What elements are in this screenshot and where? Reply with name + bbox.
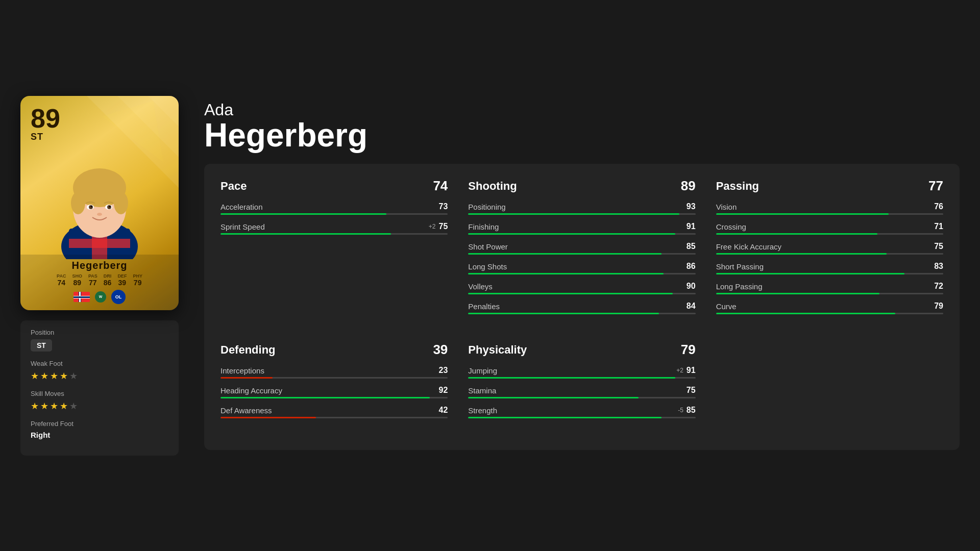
star-sm-1: ★ [31, 400, 39, 412]
position-value: ST [31, 339, 52, 352]
positioning-stat: Positioning 93 [468, 202, 695, 215]
short-passing-stat: Short Passing 83 [716, 262, 943, 274]
def-awareness-stat: Def Awareness 42 [220, 406, 448, 418]
shooting-label: Shooting [468, 180, 517, 193]
jumping-modifier: +2 [676, 367, 683, 374]
jumping-stat: Jumping +2 91 [468, 366, 695, 379]
card-bottom: Hegerberg PAC 74 SHO 89 PAS 77 DRI 86 [20, 255, 179, 310]
svg-point-20 [97, 213, 102, 216]
left-panel: 89 ST [20, 96, 184, 456]
svg-point-11 [71, 192, 85, 214]
star-sm-4: ★ [60, 400, 68, 412]
card-stats-row: PAC 74 SHO 89 PAS 77 DRI 86 DEF 39 [27, 273, 173, 287]
skill-moves-row: Skill Moves ★ ★ ★ ★ ★ [31, 390, 168, 412]
player-first-name: Ada [204, 101, 960, 119]
physicality-category: Physicality 79 Jumping +2 91 Stamina 75 [468, 332, 695, 436]
card-flags: W OL [27, 290, 173, 304]
penalties-stat: Penalties 84 [468, 302, 695, 314]
shot-power-stat: Shot Power 85 [468, 242, 695, 255]
heading-accuracy-stat: Heading Accuracy 92 [220, 386, 448, 398]
star-2: ★ [40, 370, 48, 382]
main-panel: Ada Hegerberg Pace 74 Acceleration 73 Sp… [204, 101, 960, 450]
preferred-foot-value: Right [31, 431, 168, 439]
stats-container: Pace 74 Acceleration 73 Sprint Speed +2 … [204, 164, 960, 450]
passing-header: Passing 77 [716, 178, 943, 194]
star-1: ★ [31, 370, 39, 382]
passing-category: Passing 77 Vision 76 Crossing 71 Free [716, 178, 943, 332]
star-sm-2: ★ [40, 400, 48, 412]
volleys-stat: Volleys 90 [468, 282, 695, 294]
info-panel: Position ST Weak Foot ★ ★ ★ ★ ★ Skill Mo… [20, 320, 179, 456]
skill-moves-stars: ★ ★ ★ ★ ★ [31, 400, 168, 412]
passing-value: 77 [928, 178, 943, 194]
long-shots-stat: Long Shots 86 [468, 262, 695, 274]
card-phy: PHY 79 [133, 273, 142, 287]
card-dri: DRI 86 [104, 273, 112, 287]
preferred-foot-row: Preferred Foot Right [31, 420, 168, 439]
norway-flag [74, 292, 90, 302]
pace-category: Pace 74 Acceleration 73 Sprint Speed +2 … [220, 178, 448, 332]
physicality-header: Physicality 79 [468, 342, 695, 358]
card-top: 89 ST [20, 96, 179, 142]
weak-foot-label: Weak Foot [31, 360, 168, 367]
acceleration-stat: Acceleration 73 [220, 202, 448, 215]
defending-value: 39 [433, 342, 448, 358]
pace-label: Pace [220, 180, 247, 193]
club-badge: OL [111, 290, 126, 304]
fifa-card: 89 ST [20, 96, 179, 310]
acceleration-bar [220, 213, 448, 215]
defending-category: Defending 39 Interceptions 23 Heading Ac… [220, 332, 448, 436]
svg-point-19 [109, 206, 111, 207]
sprint-speed-modifier: +2 [429, 223, 436, 230]
strength-stat: Strength -5 85 [468, 406, 695, 418]
curve-stat: Curve 79 [716, 302, 943, 314]
league-badge: W [95, 291, 106, 303]
sprint-speed-bar [220, 233, 448, 235]
empty-category [716, 332, 943, 436]
stamina-stat: Stamina 75 [468, 386, 695, 398]
card-pac: PAC 74 [57, 273, 66, 287]
physicality-value: 79 [681, 342, 696, 358]
star-4: ★ [60, 370, 68, 382]
card-player-name: Hegerberg [27, 260, 173, 271]
preferred-foot-label: Preferred Foot [31, 420, 168, 428]
weak-foot-stars: ★ ★ ★ ★ ★ [31, 370, 168, 382]
svg-point-13 [75, 172, 124, 195]
strength-modifier: -5 [678, 407, 683, 414]
crossing-stat: Crossing 71 [716, 222, 943, 235]
shooting-category: Shooting 89 Positioning 93 Finishing 91 [468, 178, 695, 332]
svg-point-18 [91, 206, 92, 207]
player-last-name: Hegerberg [204, 119, 960, 152]
player-header: Ada Hegerberg [204, 101, 960, 152]
weak-foot-row: Weak Foot ★ ★ ★ ★ ★ [31, 360, 168, 382]
position-label: Position [31, 329, 168, 336]
pace-value: 74 [433, 178, 448, 194]
card-position: ST [31, 132, 43, 142]
defending-header: Defending 39 [220, 342, 448, 358]
finishing-stat: Finishing 91 [468, 222, 695, 235]
star-sm-3: ★ [50, 400, 58, 412]
card-pas: PAS 77 [88, 273, 97, 287]
star-3: ★ [50, 370, 58, 382]
skill-moves-label: Skill Moves [31, 390, 168, 397]
passing-label: Passing [716, 180, 759, 193]
sprint-speed-stat: Sprint Speed +2 75 [220, 222, 448, 235]
sprint-speed-name: Sprint Speed [220, 222, 265, 231]
svg-point-12 [114, 192, 128, 214]
card-def: DEF 39 [117, 273, 127, 287]
position-row: Position ST [31, 329, 168, 352]
svg-rect-7 [69, 239, 130, 248]
acceleration-value: 73 [439, 202, 448, 211]
sprint-speed-value: 75 [439, 222, 448, 231]
shooting-value: 89 [681, 178, 696, 194]
long-passing-stat: Long Passing 72 [716, 282, 943, 294]
card-rating: 89 [31, 105, 60, 132]
card-sho: SHO 89 [72, 273, 82, 287]
player-image [43, 147, 156, 259]
star-sm-5: ★ [69, 400, 78, 412]
acceleration-name: Acceleration [220, 203, 263, 211]
free-kick-accuracy-stat: Free Kick Accuracy 75 [716, 242, 943, 255]
physicality-label: Physicality [468, 343, 527, 357]
shooting-header: Shooting 89 [468, 178, 695, 194]
vision-stat: Vision 76 [716, 202, 943, 215]
